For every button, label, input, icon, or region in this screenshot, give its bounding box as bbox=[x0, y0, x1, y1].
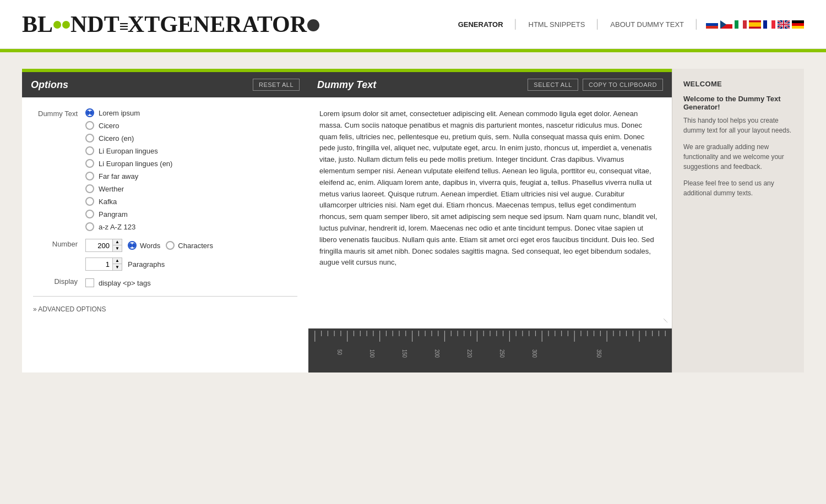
nav-generator[interactable]: GENERATOR bbox=[448, 20, 513, 29]
spinner-up[interactable]: ▲ bbox=[113, 239, 122, 245]
radio-az[interactable]: a-z A-Z 123 bbox=[85, 222, 172, 231]
welcome-subtitle: Welcome to the Dummy Text Generator! bbox=[683, 95, 793, 111]
svg-rect-7 bbox=[738, 20, 743, 29]
radio-cicero-en[interactable]: Cicero (en) bbox=[85, 134, 172, 143]
svg-text:o: o bbox=[308, 349, 311, 352]
display-p-tags-checkbox[interactable] bbox=[85, 278, 94, 287]
para-spinner-down[interactable]: ▼ bbox=[113, 264, 122, 270]
display-option-row: Display display <p> tags bbox=[33, 276, 297, 287]
display-p-tags-label: display <p> tags bbox=[99, 279, 151, 287]
svg-rect-23 bbox=[792, 20, 804, 23]
radio-label-lorem: Lorem ipsum bbox=[99, 109, 140, 117]
spinner-down[interactable]: ▼ bbox=[113, 245, 122, 251]
svg-rect-1 bbox=[706, 23, 718, 26]
svg-text:50: 50 bbox=[336, 349, 343, 355]
radio-label-az: a-z A-Z 123 bbox=[99, 223, 135, 231]
number-controls: ▲ ▼ Words Characters bbox=[85, 239, 213, 252]
spinner-buttons: ▲ ▼ bbox=[112, 239, 122, 251]
welcome-panel: WELCOME Welcome to the Dummy Text Genera… bbox=[672, 69, 804, 372]
nav-flags bbox=[706, 20, 804, 29]
radio-label-li-europan: Li Europan lingues bbox=[99, 147, 158, 155]
options-divider bbox=[33, 296, 297, 297]
words-radio-label[interactable]: Words bbox=[128, 241, 160, 250]
welcome-para2: We are gradually adding new functionalit… bbox=[683, 142, 793, 172]
flag-es[interactable] bbox=[749, 20, 761, 29]
welcome-para3: Please feel free to send us any addition… bbox=[683, 178, 793, 198]
main-wrapper: Options RESET ALL Dummy Text Lorem ipsum bbox=[0, 52, 826, 389]
copy-to-clipboard-button[interactable]: COPY TO CLIPBOARD bbox=[583, 79, 663, 91]
words-label: Words bbox=[140, 242, 160, 250]
paragraphs-empty-label bbox=[33, 258, 85, 259]
radio-cicero[interactable]: Cicero bbox=[85, 121, 172, 130]
svg-text:250: 250 bbox=[499, 349, 506, 358]
number-input[interactable] bbox=[86, 240, 112, 251]
welcome-para1: This handy tool helps you create dummy t… bbox=[683, 116, 793, 135]
radio-dot-lorem bbox=[86, 111, 90, 115]
radio-li-europan[interactable]: Li Europan lingues bbox=[85, 146, 172, 155]
reset-all-button[interactable]: RESET ALL bbox=[253, 79, 300, 91]
resize-handle[interactable]: ⟍ bbox=[662, 314, 670, 326]
flag-cz[interactable] bbox=[720, 20, 732, 29]
svg-text:350: 350 bbox=[596, 349, 602, 358]
radio-pangram[interactable]: Pangram bbox=[85, 210, 172, 218]
radio-circle-kafka bbox=[85, 197, 94, 206]
nav: GENERATOR │ HTML SNIPPETS │ ABOUT DUMMY … bbox=[448, 19, 804, 29]
header: BLNDT≡XTGENERATOR GENERATOR │ HTML SNIPP… bbox=[0, 0, 826, 49]
radio-circle-far-away bbox=[85, 172, 94, 180]
radio-circle-li-europan bbox=[85, 146, 94, 155]
options-panel: Options RESET ALL Dummy Text Lorem ipsum bbox=[22, 69, 308, 372]
radio-circle-characters bbox=[166, 241, 175, 250]
paragraphs-input[interactable] bbox=[86, 259, 112, 270]
dummy-actions: SELECT ALL COPY TO CLIPBOARD bbox=[528, 79, 663, 91]
flag-ru[interactable] bbox=[706, 20, 718, 29]
paragraphs-label: Paragraphs bbox=[128, 260, 165, 269]
svg-text:300: 300 bbox=[531, 349, 537, 358]
paragraphs-controls: ▲ ▼ Paragraphs bbox=[85, 258, 165, 271]
radio-circle-words bbox=[128, 241, 137, 250]
svg-rect-22 bbox=[778, 24, 790, 25]
radio-dot-words bbox=[129, 243, 132, 248]
radio-label-cicero-en: Cicero (en) bbox=[99, 134, 134, 143]
radio-circle-lorem bbox=[85, 108, 94, 117]
radio-lorem-ipsum[interactable]: Lorem ipsum bbox=[85, 108, 172, 117]
svg-text:200: 200 bbox=[434, 349, 441, 358]
svg-text:150: 150 bbox=[401, 349, 408, 358]
logo-gear bbox=[307, 19, 319, 31]
svg-rect-25 bbox=[792, 26, 804, 29]
options-title: Options bbox=[31, 79, 68, 91]
logo: BLNDT≡XTGENERATOR bbox=[22, 11, 320, 37]
svg-rect-8 bbox=[743, 20, 747, 29]
characters-radio-label[interactable]: Characters bbox=[166, 241, 213, 250]
radio-kafka[interactable]: Kafka bbox=[85, 197, 172, 206]
main-panels: Options RESET ALL Dummy Text Lorem ipsum bbox=[22, 69, 804, 372]
nav-about[interactable]: ABOUT DUMMY TEXT bbox=[600, 20, 694, 29]
dummy-header: Dummy Text SELECT ALL COPY TO CLIPBOARD bbox=[308, 72, 672, 97]
flag-de[interactable] bbox=[792, 20, 804, 29]
display-label: Display bbox=[33, 276, 85, 286]
number-label: Number bbox=[33, 239, 85, 248]
advanced-options-link[interactable]: » ADVANCED OPTIONS bbox=[33, 305, 297, 313]
radio-circle-az bbox=[85, 222, 94, 231]
logo-dot1 bbox=[53, 21, 61, 29]
dummy-text-content: Lorem ipsum dolor sit amet, consectetuer… bbox=[319, 108, 661, 269]
nav-html-snippets[interactable]: HTML SNIPPETS bbox=[519, 20, 595, 29]
radio-label-kafka: Kafka bbox=[99, 198, 117, 206]
flag-it[interactable] bbox=[735, 20, 747, 29]
welcome-heading: WELCOME bbox=[683, 80, 793, 88]
radio-circle-cicero bbox=[85, 121, 94, 130]
radio-circle-cicero-en bbox=[85, 134, 94, 143]
para-spinner-up[interactable]: ▲ bbox=[113, 258, 122, 264]
radio-werther[interactable]: Werther bbox=[85, 184, 172, 193]
svg-rect-12 bbox=[767, 20, 771, 29]
number-input-wrap: ▲ ▼ bbox=[85, 239, 122, 252]
svg-rect-11 bbox=[763, 20, 767, 29]
radio-far-away[interactable]: Far far away bbox=[85, 172, 172, 180]
paragraphs-option-row: ▲ ▼ Paragraphs bbox=[33, 258, 297, 271]
svg-rect-24 bbox=[792, 23, 804, 26]
radio-li-europan-en[interactable]: Li Europan lingues (en) bbox=[85, 159, 172, 168]
flag-gb[interactable] bbox=[778, 20, 790, 29]
para-spinner-buttons: ▲ ▼ bbox=[112, 258, 122, 270]
select-all-button[interactable]: SELECT ALL bbox=[528, 79, 578, 91]
logo-lines: ≡ bbox=[119, 17, 128, 35]
flag-fr[interactable] bbox=[763, 20, 775, 29]
